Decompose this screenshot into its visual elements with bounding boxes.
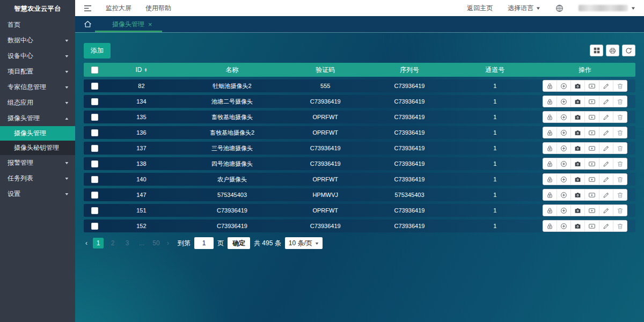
delete-action-button[interactable] bbox=[613, 205, 627, 216]
sidebar-item-组态应用[interactable]: 组态应用▼ bbox=[0, 95, 75, 111]
lock-action-button[interactable] bbox=[543, 80, 557, 91]
edit-action-button[interactable] bbox=[599, 189, 613, 200]
lock-action-button[interactable] bbox=[543, 174, 557, 185]
delete-action-button[interactable] bbox=[613, 80, 627, 91]
sidebar-item-报警管理[interactable]: 报警管理▼ bbox=[0, 155, 75, 171]
lock-action-button[interactable] bbox=[543, 143, 557, 153]
edit-action-button[interactable] bbox=[599, 80, 613, 91]
delete-action-button[interactable] bbox=[613, 158, 627, 169]
edit-action-button[interactable] bbox=[599, 96, 613, 107]
sidebar-item-任务列表[interactable]: 任务列表▼ bbox=[0, 171, 75, 186]
row-checkbox[interactable] bbox=[91, 176, 98, 183]
next-page-arrow[interactable]: › bbox=[165, 239, 171, 247]
add-circle-action-button[interactable] bbox=[557, 80, 570, 91]
lock-action-button[interactable] bbox=[543, 112, 557, 122]
add-circle-action-button[interactable] bbox=[557, 189, 570, 200]
topbar-link-使用帮助[interactable]: 使用帮助 bbox=[145, 4, 171, 13]
edit-action-button[interactable] bbox=[599, 174, 613, 185]
sidebar-item-首页[interactable]: 首页 bbox=[0, 17, 75, 33]
delete-action-button[interactable] bbox=[613, 127, 627, 138]
video-action-button[interactable] bbox=[584, 96, 598, 107]
page-button-1[interactable]: 1 bbox=[93, 238, 104, 248]
sidebar-subitem-摄像头秘钥管理[interactable]: 摄像头秘钥管理 bbox=[0, 141, 75, 155]
camera-action-button[interactable] bbox=[570, 174, 584, 185]
add-circle-action-button[interactable] bbox=[557, 221, 570, 231]
close-icon[interactable]: × bbox=[148, 21, 152, 28]
add-circle-action-button[interactable] bbox=[557, 96, 570, 107]
delete-action-button[interactable] bbox=[613, 221, 627, 231]
row-checkbox[interactable] bbox=[91, 192, 98, 199]
video-action-button[interactable] bbox=[584, 174, 598, 185]
camera-action-button[interactable] bbox=[570, 221, 584, 231]
video-action-button[interactable] bbox=[584, 158, 598, 169]
sort-icon[interactable]: ▲▼ bbox=[144, 68, 147, 72]
row-checkbox[interactable] bbox=[91, 114, 98, 121]
video-action-button[interactable] bbox=[584, 205, 598, 216]
row-checkbox[interactable] bbox=[91, 207, 98, 214]
add-circle-action-button[interactable] bbox=[557, 143, 570, 153]
edit-action-button[interactable] bbox=[599, 205, 613, 216]
add-circle-action-button[interactable] bbox=[557, 127, 570, 138]
edit-action-button[interactable] bbox=[599, 112, 613, 122]
return-home-link[interactable]: 返回主页 bbox=[467, 4, 493, 13]
row-checkbox[interactable] bbox=[91, 83, 98, 90]
lock-action-button[interactable] bbox=[543, 158, 557, 169]
video-action-button[interactable] bbox=[584, 221, 598, 231]
lock-action-button[interactable] bbox=[543, 205, 557, 216]
refresh-button[interactable] bbox=[622, 45, 635, 56]
lock-action-button[interactable] bbox=[543, 221, 557, 231]
video-action-button[interactable] bbox=[584, 189, 598, 200]
add-circle-action-button[interactable] bbox=[557, 158, 570, 169]
edit-action-button[interactable] bbox=[599, 143, 613, 153]
sidebar-item-摄像头管理[interactable]: 摄像头管理▲ bbox=[0, 111, 75, 126]
prev-page-arrow[interactable]: ‹ bbox=[84, 239, 89, 247]
lock-action-button[interactable] bbox=[543, 96, 557, 107]
sidebar-item-专家信息管理[interactable]: 专家信息管理▼ bbox=[0, 79, 75, 95]
sidebar-item-设置[interactable]: 设置▼ bbox=[0, 186, 75, 202]
sidebar-item-项目配置[interactable]: 项目配置▼ bbox=[0, 64, 75, 79]
sidebar-subitem-摄像头管理[interactable]: 摄像头管理 bbox=[0, 126, 75, 141]
palette-icon[interactable] bbox=[555, 4, 564, 12]
print-button[interactable] bbox=[606, 45, 619, 56]
delete-action-button[interactable] bbox=[613, 143, 627, 153]
page-button-50[interactable]: 50 bbox=[151, 238, 162, 248]
add-button[interactable]: 添加 bbox=[84, 43, 111, 58]
goto-page-input[interactable] bbox=[194, 237, 214, 249]
tab-camera-management[interactable]: 摄像头管理 × bbox=[110, 16, 155, 32]
lock-action-button[interactable] bbox=[543, 127, 557, 138]
video-action-button[interactable] bbox=[584, 80, 598, 91]
edit-action-button[interactable] bbox=[599, 158, 613, 169]
video-action-button[interactable] bbox=[584, 112, 598, 122]
camera-action-button[interactable] bbox=[570, 112, 584, 122]
select-all-checkbox[interactable] bbox=[91, 67, 98, 74]
delete-action-button[interactable] bbox=[613, 112, 627, 122]
camera-action-button[interactable] bbox=[570, 80, 584, 91]
page-button-3[interactable]: 3 bbox=[122, 238, 133, 248]
home-icon[interactable] bbox=[84, 20, 92, 28]
row-checkbox[interactable] bbox=[91, 129, 98, 136]
sidebar-item-数据中心[interactable]: 数据中心▼ bbox=[0, 33, 75, 48]
sidebar-collapse-icon[interactable] bbox=[84, 5, 92, 12]
row-checkbox[interactable] bbox=[91, 223, 98, 230]
camera-action-button[interactable] bbox=[570, 96, 584, 107]
edit-action-button[interactable] bbox=[599, 127, 613, 138]
grid-button[interactable] bbox=[590, 45, 603, 56]
row-checkbox[interactable] bbox=[91, 98, 98, 105]
camera-action-button[interactable] bbox=[570, 143, 584, 153]
add-circle-action-button[interactable] bbox=[557, 205, 570, 216]
camera-action-button[interactable] bbox=[570, 127, 584, 138]
row-checkbox[interactable] bbox=[91, 145, 98, 152]
edit-action-button[interactable] bbox=[599, 221, 613, 231]
camera-action-button[interactable] bbox=[570, 189, 584, 200]
topbar-link-监控大屏[interactable]: 监控大屏 bbox=[106, 4, 131, 13]
add-circle-action-button[interactable] bbox=[557, 112, 570, 122]
row-checkbox[interactable] bbox=[91, 160, 98, 167]
language-selector[interactable]: 选择语言 ▼ bbox=[508, 4, 540, 13]
add-circle-action-button[interactable] bbox=[557, 174, 570, 185]
video-action-button[interactable] bbox=[584, 127, 598, 138]
confirm-button[interactable]: 确定 bbox=[228, 237, 250, 249]
lock-action-button[interactable] bbox=[543, 189, 557, 200]
camera-action-button[interactable] bbox=[570, 205, 584, 216]
sidebar-item-设备中心[interactable]: 设备中心▼ bbox=[0, 48, 75, 64]
delete-action-button[interactable] bbox=[613, 96, 627, 107]
